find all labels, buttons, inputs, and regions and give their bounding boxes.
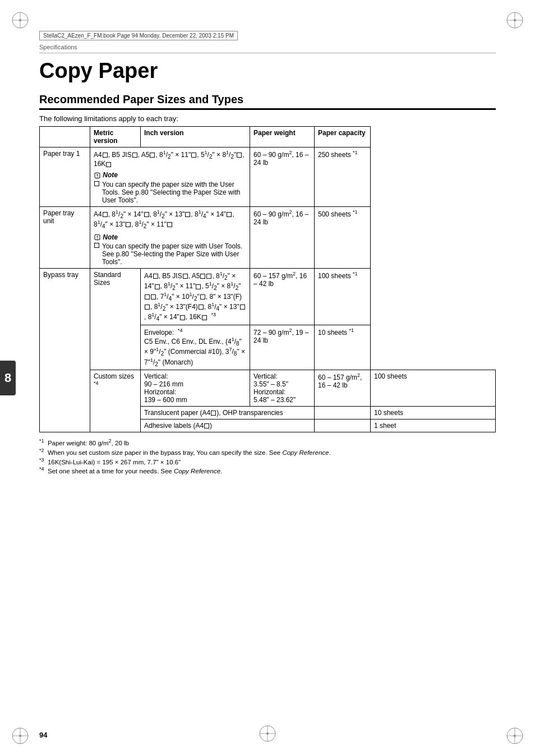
bypass-translucent-weight (315, 406, 371, 419)
footnote-1: *1 Paper weight: 80 g/m2, 20 lb (39, 438, 496, 446)
corner-mark-tr (505, 10, 525, 30)
tray-unit-note-text: You can specify the paper size with User… (102, 242, 246, 266)
bottom-center-mark (257, 723, 278, 746)
tray1-weight: 60 – 90 g/m2, 16 – 24 lb (250, 147, 315, 207)
col-header-metric: Metric version (90, 127, 141, 147)
tray-unit-weight: 60 – 90 g/m2, 16 – 24 lb (250, 206, 315, 268)
table-row-bypass-standard: Bypass tray Standard Sizes A4, B5 JIS, A… (40, 268, 496, 325)
tray-unit-note-checkbox (94, 243, 99, 248)
note-checkbox (94, 181, 99, 186)
tray1-capacity: 250 sheets *1 (315, 147, 371, 207)
bypass-envelope-capacity: 10 sheets *1 (315, 325, 371, 370)
section-heading: Recommended Paper Sizes and Types (39, 93, 496, 110)
col-header-capacity: Paper capacity (315, 127, 371, 147)
paper-table: Metric version Inch version Paper weight… (39, 126, 496, 432)
bypass-standard-weight: 60 – 157 g/m2, 16 – 42 lb (250, 268, 315, 325)
table-row-tray-unit: Paper tray unit A4, 81/2" × 14", 81/2" ×… (40, 206, 496, 268)
tray-unit-capacity: 500 sheets *1 (315, 206, 371, 268)
col-header-inch: Inch version (141, 127, 250, 147)
file-info-bar: StellaC2_AEzen_F_FM.book Page 94 Monday,… (39, 31, 238, 40)
page: 8 StellaC2_AEzen_F_FM.book Page 94 Monda… (0, 0, 535, 756)
corner-mark-bl (10, 726, 30, 746)
bypass-custom-metric: Vertical: 90 – 216 mm Horizontal: 139 – … (141, 370, 250, 406)
svg-point-19 (97, 238, 98, 239)
intro-text: The following limitations apply to each … (39, 114, 496, 123)
bypass-standard-capacity: 100 sheets *1 (315, 268, 371, 325)
table-row-bypass-custom: Custom sizes *4 Vertical: 90 – 216 mm Ho… (40, 370, 496, 406)
page-title: Copy Paper (39, 59, 496, 83)
bypass-custom-inch: Vertical: 3.55" – 8.5" Horizontal: 5.48"… (250, 370, 315, 406)
tray-unit-label: Paper tray unit (40, 206, 90, 268)
page-content: StellaC2_AEzen_F_FM.book Page 94 Monday,… (39, 0, 496, 474)
tray-unit-note: Note You can specify the paper size with… (94, 233, 246, 266)
bypass-adhesive-weight (315, 419, 371, 432)
footnote-3: *3 16K(Shi-Lui-Kai) = 195 × 267 mm, 7.7"… (39, 457, 496, 465)
col-header-0 (40, 127, 90, 147)
footnote-4: *4 Set one sheet at a time for your need… (39, 466, 496, 474)
bypass-translucent-capacity: 10 sheets (371, 406, 496, 419)
bypass-translucent-sizes: Translucent paper (A4), OHP transparenci… (141, 406, 315, 419)
tray-unit-sizes: A4, 81/2" × 14", 81/2" × 13", 81/4" × 14… (90, 206, 250, 268)
col-header-weight: Paper weight (250, 127, 315, 147)
bypass-adhesive-capacity: 1 sheet (371, 419, 496, 432)
chapter-tab: 8 (0, 361, 16, 395)
bypass-standard-sizes: A4, B5 JIS, A5, 81/2" × 14", 81/2" × 11"… (141, 268, 250, 325)
bypass-custom-weight: 60 – 157 g/m2, 16 – 42 lb (315, 370, 371, 406)
bypass-envelope-sizes: Envelope: *4 C5 Env., C6 Env., DL Env., … (141, 325, 250, 370)
bypass-envelope-weight: 72 – 90 g/m2, 19 – 24 lb (250, 325, 315, 370)
table-row-tray1: Paper tray 1 A4, B5 JIS, A5, 81/2" × 11"… (40, 147, 496, 207)
tray1-sizes: A4, B5 JIS, A5, 81/2" × 11", 51/2" × 81/… (90, 147, 250, 207)
tray1-note-text: You can specify the paper size with the … (102, 181, 246, 204)
tray1-note: Note You can specify the paper size with… (94, 171, 246, 204)
bypass-standard-sublabel: Standard Sizes (90, 268, 141, 370)
footnote-2: *2 When you set custom size paper in the… (39, 448, 496, 456)
bypass-adhesive-sizes: Adhesive labels (A4) (141, 419, 315, 432)
corner-mark-br (505, 726, 525, 746)
bypass-custom-capacity: 100 sheets (371, 370, 496, 406)
bypass-tray-label: Bypass tray (40, 268, 90, 432)
tray1-label: Paper tray 1 (40, 147, 90, 207)
footnotes: *1 Paper weight: 80 g/m2, 20 lb *2 When … (39, 438, 496, 474)
section-label: Specifications (39, 44, 496, 50)
page-number: 94 (39, 731, 47, 739)
svg-point-17 (97, 177, 98, 178)
bypass-custom-sublabel: Custom sizes *4 (90, 370, 141, 432)
corner-mark-tl (10, 10, 30, 30)
table-header-row: Metric version Inch version Paper weight… (40, 127, 496, 147)
